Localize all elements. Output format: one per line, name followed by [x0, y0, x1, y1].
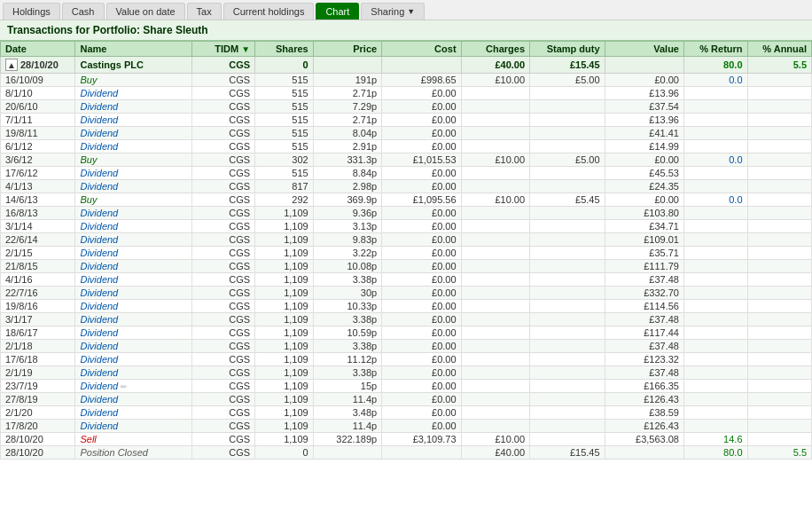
cell-price: 322.189p [313, 433, 381, 446]
cell-date: 17/6/18 [1, 353, 75, 366]
cell-stamp-duty [530, 406, 605, 420]
table-row: 8/1/10 Dividend CGS 515 2.71p £0.00 £13.… [1, 87, 812, 100]
cell-price: 8.84p [313, 167, 381, 180]
table-row: 19/8/11 Dividend CGS 515 8.04p £0.00 £41… [1, 127, 812, 140]
cell-pct-return [683, 406, 747, 420]
cell-date: 3/6/12 [1, 153, 75, 167]
cell-date: 3/1/17 [1, 313, 75, 326]
cell-stamp-duty [530, 220, 605, 233]
cell-name: Dividend [75, 313, 191, 326]
cell-pct-annual [747, 420, 811, 433]
cell-name: Dividend [75, 167, 191, 180]
tab-value-on-date[interactable]: Value on date [106, 3, 185, 20]
cell-shares: 515 [255, 127, 314, 140]
cell-price: 15p [313, 380, 381, 393]
cell-pct-return: 80.0 [683, 446, 747, 460]
cell-date: 2/1/15 [1, 247, 75, 260]
cell-value [605, 446, 683, 460]
tab-cash[interactable]: Cash [62, 3, 105, 20]
cell-charges: £40.00 [461, 446, 529, 460]
cell-value: £37.48 [605, 313, 683, 326]
cell-tidm: CGS [191, 247, 255, 260]
cell-pct-return [683, 420, 747, 433]
cell-tidm: CGS [191, 313, 255, 326]
cell-cost: £0.00 [382, 380, 461, 393]
cell-pct-annual [747, 273, 811, 287]
cell-cost: £0.00 [382, 300, 461, 313]
cell-tidm: CGS [191, 446, 255, 460]
cell-date: 17/6/12 [1, 167, 75, 180]
cell-value: £114.56 [605, 300, 683, 313]
transactions-table: Date Name TIDM ▼ Shares Price Cost Charg… [0, 41, 812, 460]
cell-pct-annual [747, 353, 811, 366]
cell-value: £37.48 [605, 273, 683, 287]
group-name: Castings PLC [75, 57, 191, 74]
cell-shares: 1,109 [255, 207, 314, 220]
cell-date: 28/10/20 [1, 433, 75, 446]
cell-pct-return [683, 87, 747, 100]
cell-pct-return [683, 353, 747, 366]
cell-tidm: CGS [191, 393, 255, 406]
table-row: 22/6/14 Dividend CGS 1,109 9.83p £0.00 £… [1, 233, 812, 247]
cell-price: 2.98p [313, 180, 381, 193]
cell-pct-return: 0.0 [683, 153, 747, 167]
tab-holdings[interactable]: Holdings [3, 3, 60, 20]
cell-name: Dividend [75, 406, 191, 420]
cell-stamp-duty [530, 326, 605, 340]
cell-date: 17/8/20 [1, 420, 75, 433]
table-row: 3/6/12 Buy CGS 302 331.3p £1,015.53 £10.… [1, 153, 812, 167]
cell-tidm: CGS [191, 326, 255, 340]
cell-stamp-duty [530, 100, 605, 114]
cell-cost: £0.00 [382, 406, 461, 420]
cell-charges: £10.00 [461, 193, 529, 207]
tab-current-holdings[interactable]: Current holdings [223, 3, 315, 20]
table-row: 23/7/19 Dividend✏ CGS 1,109 15p £0.00 £1… [1, 380, 812, 393]
cell-value: £35.71 [605, 247, 683, 260]
cell-tidm: CGS [191, 114, 255, 127]
cell-value: £45.53 [605, 167, 683, 180]
cell-date: 4/1/16 [1, 273, 75, 287]
cell-price [313, 446, 381, 460]
cell-name: Dividend [75, 420, 191, 433]
cell-name: Buy [75, 153, 191, 167]
cell-charges: £10.00 [461, 433, 529, 446]
cell-pct-return [683, 313, 747, 326]
cell-stamp-duty [530, 287, 605, 300]
cell-value: £0.00 [605, 153, 683, 167]
cell-charges [461, 127, 529, 140]
tab-tax[interactable]: Tax [187, 3, 222, 20]
cell-stamp-duty: £15.45 [530, 446, 605, 460]
cell-pct-annual [747, 433, 811, 446]
tab-sharing[interactable]: Sharing ▼ [361, 3, 425, 20]
cell-pct-return [683, 127, 747, 140]
cell-name: Dividend [75, 233, 191, 247]
cell-cost: £1,015.53 [382, 153, 461, 167]
cell-date: 20/6/10 [1, 100, 75, 114]
table-row: 22/7/16 Dividend CGS 1,109 30p £0.00 £33… [1, 287, 812, 300]
table-row: 17/6/12 Dividend CGS 515 8.84p £0.00 £45… [1, 167, 812, 180]
cell-tidm: CGS [191, 353, 255, 366]
edit-icon[interactable]: ✏ [120, 382, 127, 391]
tab-chart[interactable]: Chart [316, 3, 359, 20]
cell-pct-annual [747, 247, 811, 260]
tabs-bar: Holdings Cash Value on date Tax Current … [0, 0, 812, 20]
cell-price: 10.33p [313, 300, 381, 313]
cell-stamp-duty [530, 420, 605, 433]
cell-pct-annual [747, 100, 811, 114]
cell-price: 3.38p [313, 273, 381, 287]
cell-price: 7.29p [313, 100, 381, 114]
col-tidm[interactable]: TIDM ▼ [191, 42, 255, 57]
cell-pct-return [683, 393, 747, 406]
cell-price: 11.4p [313, 420, 381, 433]
cell-pct-annual [747, 140, 811, 153]
cell-shares: 1,109 [255, 380, 314, 393]
expand-button[interactable]: ▲ [5, 59, 18, 71]
cell-shares: 515 [255, 140, 314, 153]
table-row: 28/10/20 Position Closed CGS 0 £40.00 £1… [1, 446, 812, 460]
table-row: 17/8/20 Dividend CGS 1,109 11.4p £0.00 £… [1, 420, 812, 433]
cell-value: £109.01 [605, 233, 683, 247]
cell-charges [461, 140, 529, 153]
cell-cost: £0.00 [382, 366, 461, 380]
cell-tidm: CGS [191, 233, 255, 247]
cell-pct-annual [747, 326, 811, 340]
